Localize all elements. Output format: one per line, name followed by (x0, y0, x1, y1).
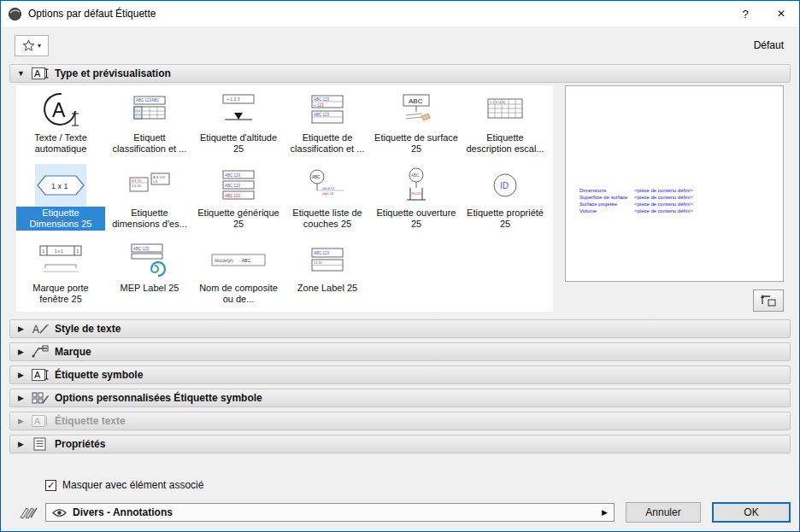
svg-text:ABC 123: ABC 123 (225, 173, 241, 178)
dimensions-tables-icon: 8.8 204.6 30A.B 100x.8 (127, 164, 172, 207)
proprietes-icon (32, 437, 49, 451)
svg-text:Abc(defgh): Abc(defgh) (215, 259, 234, 263)
description-grid-icon: 1 2 3 (1 6) (484, 89, 526, 132)
options-personnalisees-icon (32, 391, 49, 405)
mep-icon: ABC 123 (128, 239, 171, 282)
grid-item-nom-composite[interactable]: Abc(defgh)- ABC Nom de composite ou de..… (194, 239, 283, 312)
close-button[interactable]: ✕ (763, 1, 799, 26)
grid-item-label: Etiquette ouverture 25 (372, 207, 461, 231)
svg-text:+ 123: + 123 (314, 103, 324, 108)
chevron-collapsed-icon: ▶ (16, 440, 26, 448)
section-header-type-previsualisation[interactable]: ▼ A Type et prévisualisation (9, 64, 791, 83)
app-icon (8, 7, 22, 21)
preview-row: Dimensions<pièce de contenu défini> (579, 187, 693, 194)
svg-text:- ABC: - ABC (239, 258, 250, 263)
favorites-bar: ▾ Défaut (9, 31, 791, 60)
title-bar: Options par défaut Étiquette ? ✕ (1, 1, 799, 26)
svg-text:ABC 123: ABC 123 (225, 184, 241, 188)
svg-text:ABC: ABC (409, 97, 423, 105)
pickup-parameters-button[interactable] (753, 289, 784, 312)
section-label: Étiquette symbole (55, 369, 143, 381)
section-header-marque[interactable]: ▶ Marque (9, 342, 791, 361)
grid-item-label: Etiquette dimensions d'es... (105, 207, 194, 231)
chevron-collapsed-icon: ▶ (16, 324, 26, 333)
marque-icon (32, 345, 49, 359)
style-de-texte-icon: A (32, 322, 49, 336)
svg-text:12.34: 12.34 (314, 260, 323, 265)
altitude-icon: + 1 2 3 (219, 89, 258, 132)
grid-item-surface[interactable]: ABC Etiquette de surface 25 (372, 89, 461, 164)
ok-button[interactable]: OK (712, 502, 791, 523)
combo-arrow-icon: ▶ (602, 508, 608, 517)
classification-tables-icon: ABC 123+ 123ABC 123 (308, 89, 347, 132)
grid-item-generique[interactable]: ABC 123ABC 123ABC 123 Etiquette génériqu… (194, 164, 283, 239)
favorites-button[interactable]: ▾ (15, 35, 49, 56)
texte-automatique-icon: A (40, 89, 81, 132)
grid-item-dimensions-espace[interactable]: 8.8 204.6 30A.B 100x.8 Etiquette dimensi… (105, 164, 194, 239)
svg-text:ABC 123: ABC 123 (314, 97, 330, 102)
grid-item-classification[interactable]: ABC 123ABC Etiquett classification et ..… (105, 89, 194, 164)
section-header-proprietes[interactable]: ▶ Propriétés (9, 435, 791, 453)
section-label: Marque (55, 346, 91, 358)
grid-item-ouverture[interactable]: ABC90x120 Etiquette ouverture 25 (372, 164, 461, 239)
couches-icon: ABCabcd 12efgh 24 (305, 164, 350, 207)
svg-text:A: A (34, 416, 41, 426)
section-label: Options personnalisées Étiquette symbole (55, 392, 262, 404)
chevron-expanded-icon: ▼ (16, 69, 26, 78)
grid-item-label: Etiquette description escal... (461, 132, 550, 155)
grid-item-label: MEP Label 25 (118, 282, 182, 295)
svg-text:x.8: x.8 (153, 179, 158, 184)
chevron-down-icon: ▾ (38, 42, 41, 50)
layer-name: Divers - Annotations (73, 506, 173, 518)
svg-text:efgh 24: efgh 24 (322, 191, 334, 196)
preview-row: Superficie de surface<pièce de contenu d… (579, 194, 693, 201)
dialog-body: ▾ Défaut ▼ A Type et prévisualisation A … (1, 26, 799, 531)
cancel-button[interactable]: Annuler (626, 502, 701, 523)
svg-text:ABC 123: ABC 123 (225, 194, 241, 198)
porte-fenetre-icon: 11 x 11 (37, 239, 85, 282)
layer-selector[interactable]: Divers - Annotations ▶ (45, 503, 615, 522)
chevron-collapsed-icon: ▶ (16, 348, 26, 356)
grid-item-propriete[interactable]: ID Etiquette propriété 25 (461, 164, 550, 239)
svg-text:1 2 3 (1 6): 1 2 3 (1 6) (490, 100, 506, 104)
section-header-options-personnalisees[interactable]: ▶ Options personnalisées Étiquette symbo… (9, 389, 791, 407)
grid-item-label: Texte / Texte automatique (16, 132, 105, 155)
surface-icon: ABC (397, 89, 436, 132)
svg-text:8.8 20: 8.8 20 (132, 178, 142, 183)
section-label: Propriétés (55, 438, 105, 450)
propriete-id-icon: ID (491, 164, 520, 207)
svg-text:ABC: ABC (312, 175, 321, 179)
section-header-etiquette-symbole[interactable]: ▶ A Étiquette symbole (9, 365, 791, 384)
etiquette-symbole-icon: A (32, 368, 49, 382)
eye-icon (52, 508, 67, 517)
grid-item-altitude[interactable]: + 1 2 3 Etiquette d'altitude 25 (194, 89, 283, 164)
section-header-style-de-texte[interactable]: ▶ A Style de texte (9, 319, 791, 338)
grid-item-label: Etiquett classification et ... (105, 132, 194, 155)
hide-with-element-label: Masquer avec élément associé (62, 479, 203, 491)
svg-text:abcd 12: abcd 12 (322, 186, 335, 190)
zone-icon: ABC 12312.34 (308, 239, 347, 282)
type-preview-icon: A (32, 67, 49, 80)
grid-item-label: Etiquette propriété 25 (461, 207, 550, 231)
grid-item-mep-label[interactable]: ABC 123 MEP Label 25 (105, 239, 194, 312)
pen-set-icon[interactable] (18, 505, 40, 520)
grid-item-marque-porte-fenetre[interactable]: 11 x 11 Marque porte fenêtre 25 (16, 239, 105, 312)
grid-item-description-escalier[interactable]: 1 2 3 (1 6) Etiquette description escal.… (461, 89, 550, 164)
grid-item-liste-couches[interactable]: ABCabcd 12efgh 24 Etiquette liste de cou… (283, 164, 372, 239)
hide-with-element-checkbox[interactable]: ✓ (45, 480, 56, 491)
star-icon (22, 39, 35, 52)
help-button[interactable]: ? (727, 1, 763, 26)
grid-item-classification-2[interactable]: ABC 123+ 123ABC 123 Etiquette de classif… (283, 89, 372, 164)
svg-text:ABC 123: ABC 123 (314, 113, 330, 117)
svg-text:ABC 123: ABC 123 (133, 247, 150, 251)
grid-item-label: Etiquette liste de couches 25 (283, 207, 372, 231)
grid-item-label: Marque porte fenêtre 25 (16, 282, 105, 306)
grid-item-texte-automatique[interactable]: A Texte / Texte automatique (16, 89, 105, 164)
svg-text:A: A (34, 370, 41, 380)
svg-text:ABC 123ABC: ABC 123ABC (136, 98, 160, 102)
svg-text:ABC: ABC (411, 173, 420, 178)
grid-item-zone-label[interactable]: ABC 12312.34 Zone Label 25 (283, 239, 372, 312)
grid-item-dimensions-selected[interactable]: 1 x 1 Etiquette Dimensions 25 (16, 164, 105, 239)
section-label: Style de texte (55, 323, 121, 335)
svg-text:ID: ID (500, 181, 509, 190)
